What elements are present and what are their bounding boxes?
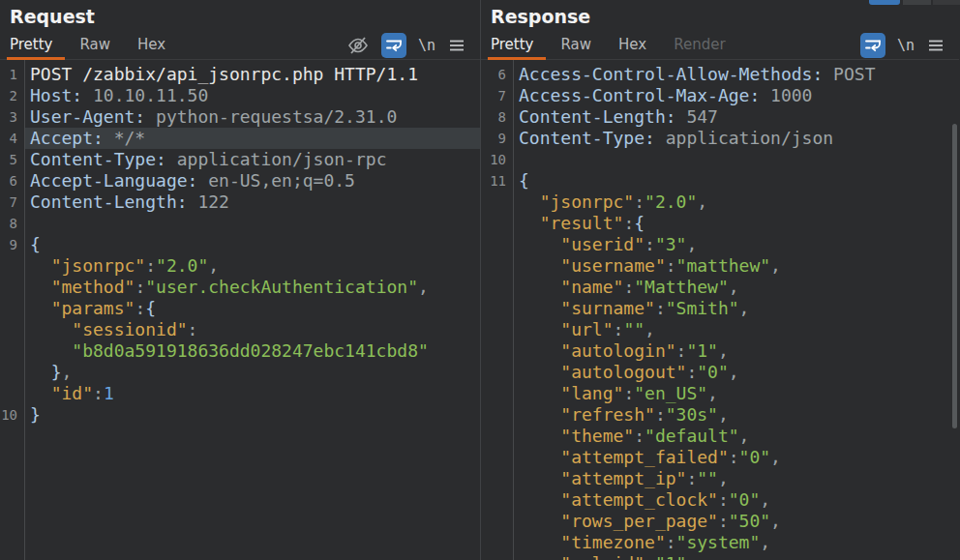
- code-line[interactable]: "url":"",: [481, 319, 959, 340]
- code-token: :: [718, 489, 729, 510]
- code-text: "method":"user.checkAuthentication",: [24, 277, 480, 298]
- code-line[interactable]: "id":1: [0, 383, 480, 404]
- line-number: [481, 447, 513, 468]
- code-token: "attempt_ip": [519, 468, 686, 488]
- code-line[interactable]: 10: [481, 149, 959, 170]
- code-line[interactable]: "theme":"default",: [481, 426, 959, 447]
- code-line[interactable]: "lang":"en_US",: [481, 383, 959, 404]
- code-token: Content-Type:: [30, 149, 166, 169]
- code-line[interactable]: 7Access-Control-Max-Age: 1000: [481, 85, 959, 106]
- code-line[interactable]: },: [0, 362, 480, 383]
- code-token: "id": [30, 383, 93, 403]
- response-editor[interactable]: 6Access-Control-Allow-Methods: POST7Acce…: [481, 60, 959, 560]
- code-line[interactable]: "roleid":"1",: [481, 553, 959, 560]
- code-token: "30s": [666, 404, 718, 425]
- response-tab-raw[interactable]: Raw: [561, 31, 592, 59]
- word-wrap-icon[interactable]: [381, 33, 406, 58]
- code-line[interactable]: 4Accept: */*: [0, 128, 480, 149]
- code-line[interactable]: 2Host: 10.10.11.50: [0, 85, 480, 106]
- code-line[interactable]: "rows_per_page":"50",: [481, 511, 959, 532]
- line-number: 8: [481, 106, 513, 128]
- response-tab-hex[interactable]: Hex: [618, 31, 646, 59]
- code-line[interactable]: 9{: [0, 234, 480, 255]
- code-line[interactable]: "refresh":"30s",: [481, 404, 959, 426]
- code-line[interactable]: 10}: [0, 404, 480, 426]
- code-token: POST: [823, 64, 875, 84]
- code-text: "timezone":"system",: [513, 532, 959, 553]
- code-token: ,: [729, 362, 739, 382]
- code-line[interactable]: "name":"Matthew",: [481, 277, 959, 298]
- code-line[interactable]: "surname":"Smith",: [481, 298, 959, 319]
- line-number: [481, 426, 513, 447]
- code-token: :: [645, 234, 655, 254]
- request-editor[interactable]: 1POST /zabbix/api_jsonrpc.php HTTP/1.12H…: [0, 60, 480, 560]
- code-text: "jsonrpc":"2.0",: [24, 255, 480, 277]
- code-token: {: [519, 170, 529, 191]
- code-line[interactable]: 6Accept-Language: en-US,en;q=0.5: [0, 170, 480, 192]
- code-token: python-requestsa/2.31.0: [145, 106, 397, 127]
- code-text: "lang":"en_US",: [513, 383, 959, 404]
- code-line[interactable]: "method":"user.checkAuthentication",: [0, 277, 480, 298]
- code-line[interactable]: "params":{: [0, 298, 480, 319]
- code-token: :: [135, 277, 145, 297]
- line-number: [0, 298, 24, 319]
- code-line[interactable]: "timezone":"system",: [481, 532, 959, 553]
- code-token: :: [135, 298, 145, 318]
- code-token: :: [645, 553, 655, 560]
- code-token: Content-Type:: [519, 128, 655, 148]
- code-line[interactable]: "autologout":"0",: [481, 362, 959, 383]
- code-token: Content-Length:: [519, 106, 676, 127]
- code-line[interactable]: "jsonrpc":"2.0",: [0, 255, 480, 277]
- eye-off-icon[interactable]: [346, 34, 370, 57]
- line-number: [481, 383, 513, 404]
- code-line[interactable]: "attempt_ip":"",: [481, 468, 959, 489]
- code-line[interactable]: "autologin":"1",: [481, 340, 959, 362]
- code-line[interactable]: 8Content-Length: 547: [481, 106, 959, 128]
- menu-icon[interactable]: [926, 36, 945, 55]
- code-text: },: [24, 362, 480, 383]
- code-line[interactable]: "result":{: [481, 213, 959, 234]
- code-line[interactable]: 6Access-Control-Allow-Methods: POST: [481, 64, 959, 85]
- request-tab-pretty[interactable]: Pretty: [10, 31, 53, 59]
- response-tab-pretty[interactable]: Pretty: [491, 31, 534, 59]
- cutoff-word-wrap-button[interactable]: [869, 0, 900, 5]
- line-number: [481, 340, 513, 362]
- code-line[interactable]: "b8d0a591918636dd028247ebc141cbd8": [0, 340, 480, 362]
- request-tab-hex[interactable]: Hex: [137, 31, 165, 59]
- request-tabbar: Pretty Raw Hex: [0, 31, 480, 60]
- line-number: 4: [0, 128, 24, 149]
- code-line[interactable]: "userid":"3",: [481, 234, 959, 255]
- code-line[interactable]: 9Content-Type: application/json: [481, 128, 959, 149]
- request-panel-title: Request: [0, 0, 480, 31]
- menu-icon[interactable]: [447, 36, 466, 55]
- code-line[interactable]: "sessionid":: [0, 319, 480, 340]
- code-line[interactable]: "attempt_clock":"0",: [481, 489, 959, 511]
- code-line[interactable]: 5Content-Type: application/json-rpc: [0, 149, 480, 170]
- line-number: [0, 340, 24, 362]
- newline-toggle-icon[interactable]: \n: [897, 37, 915, 54]
- code-line[interactable]: 8: [0, 213, 480, 234]
- code-token: :: [145, 255, 156, 276]
- code-text: "params":{: [24, 298, 480, 319]
- code-line[interactable]: 3User-Agent: python-requestsa/2.31.0: [0, 106, 480, 128]
- request-tab-raw[interactable]: Raw: [80, 31, 111, 59]
- code-line[interactable]: 7Content-Length: 122: [0, 192, 480, 213]
- word-wrap-icon[interactable]: [860, 33, 885, 58]
- code-line[interactable]: 11{: [481, 170, 959, 192]
- newline-toggle-icon[interactable]: \n: [418, 37, 435, 54]
- code-token: "roleid": [519, 553, 645, 560]
- code-token: "system": [676, 532, 761, 552]
- code-line[interactable]: "jsonrpc":"2.0",: [481, 192, 959, 213]
- code-line[interactable]: 1POST /zabbix/api_jsonrpc.php HTTP/1.1: [0, 64, 480, 85]
- code-token: "0": [729, 489, 761, 510]
- code-text: "sessionid":: [24, 319, 480, 340]
- code-text: Content-Length: 547: [513, 106, 959, 128]
- code-line[interactable]: "username":"matthew",: [481, 255, 959, 277]
- code-token: :: [623, 213, 634, 233]
- cutoff-toolbar-segment: [903, 0, 931, 5]
- response-scrollbar[interactable]: [952, 124, 957, 428]
- code-line[interactable]: "attempt_failed":"0",: [481, 447, 959, 468]
- code-token: {: [145, 298, 156, 318]
- code-token: {: [30, 234, 41, 254]
- code-token: en-US,en;q=0.5: [197, 170, 355, 191]
